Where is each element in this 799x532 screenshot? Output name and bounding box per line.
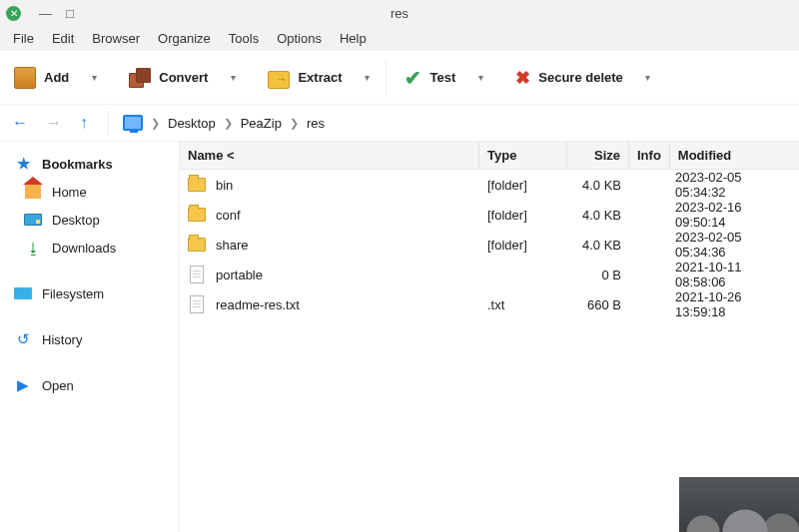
column-size[interactable]: Size <box>567 142 629 169</box>
test-button[interactable]: ✔ Test <box>399 62 461 94</box>
breadcrumb-desktop[interactable]: Desktop <box>168 116 216 131</box>
window-close-button[interactable]: ✕ <box>6 6 21 21</box>
file-size: 4.0 KB <box>567 200 629 230</box>
chevron-right-icon: ❯ <box>290 117 299 130</box>
file-name: bin <box>216 178 233 193</box>
window-title: res <box>0 6 799 21</box>
folder-icon <box>188 208 206 222</box>
file-modified: 2023-02-05 05:34:36 <box>667 230 799 260</box>
drive-icon <box>14 287 32 299</box>
file-type: [folder] <box>479 200 567 230</box>
file-info <box>629 200 667 230</box>
window-maximize-button[interactable]: □ <box>66 6 74 21</box>
nav-back-button[interactable]: ← <box>10 114 30 132</box>
download-icon: ⭳ <box>24 240 42 256</box>
toolbar-separator <box>386 61 387 95</box>
secure-delete-button[interactable]: ✖ Secure delete <box>509 63 629 93</box>
sidebar-item-history[interactable]: ↺ History <box>0 325 179 353</box>
table-row[interactable]: readme-res.txt.txt660 B2021-10-26 13:59:… <box>180 289 799 319</box>
history-label: History <box>42 332 82 347</box>
toolbar: Add Convert Extract ✔ Test ✖ Secure dele… <box>0 51 799 105</box>
file-info <box>629 289 667 319</box>
nav-up-button[interactable]: ↑ <box>78 114 90 132</box>
menu-organize[interactable]: Organize <box>149 28 220 49</box>
file-icon <box>190 266 204 283</box>
chevron-right-icon: ❯ <box>151 117 160 130</box>
box-icon <box>14 67 36 89</box>
add-button[interactable]: Add <box>8 63 75 93</box>
nav-separator <box>108 111 109 135</box>
menubar: File Edit Browser Organize Tools Options… <box>0 27 799 51</box>
file-modified: 2023-02-05 05:34:32 <box>667 170 799 200</box>
extract-dropdown[interactable] <box>360 71 374 85</box>
sidebar-item-filesystem[interactable]: Filesystem <box>0 279 179 307</box>
file-list: bin[folder]4.0 KB2023-02-05 05:34:32conf… <box>180 170 799 319</box>
file-size: 4.0 KB <box>567 170 629 200</box>
menu-edit[interactable]: Edit <box>43 28 83 49</box>
test-dropdown[interactable] <box>473 71 487 85</box>
file-size: 0 B <box>567 260 629 289</box>
menu-browser[interactable]: Browser <box>83 28 149 49</box>
window-minimize-button[interactable]: — <box>39 6 52 21</box>
desktop-label: Desktop <box>52 213 100 228</box>
add-dropdown[interactable] <box>87 71 101 85</box>
add-label: Add <box>44 70 69 85</box>
file-modified: 2023-02-16 09:50:14 <box>667 200 799 230</box>
file-type <box>479 260 567 289</box>
file-name: portable <box>216 267 263 282</box>
breadcrumb-res[interactable]: res <box>307 116 325 131</box>
play-icon: ▶ <box>14 377 32 393</box>
open-label: Open <box>42 378 74 393</box>
convert-button[interactable]: Convert <box>123 63 214 93</box>
folder-icon <box>188 238 206 252</box>
secure-delete-label: Secure delete <box>538 70 623 85</box>
table-row[interactable]: conf[folder]4.0 KB2023-02-16 09:50:14 <box>180 200 799 230</box>
preview-thumbnail <box>679 477 799 532</box>
downloads-label: Downloads <box>52 241 116 256</box>
convert-dropdown[interactable] <box>226 71 240 85</box>
file-size: 4.0 KB <box>567 230 629 260</box>
home-label: Home <box>52 185 87 200</box>
sidebar-item-desktop[interactable]: Desktop <box>0 206 179 234</box>
file-icon <box>190 295 204 313</box>
extract-folder-icon <box>268 71 290 89</box>
table-row[interactable]: share[folder]4.0 KB2023-02-05 05:34:36 <box>180 230 799 260</box>
column-info[interactable]: Info <box>629 142 670 169</box>
main-area: ★ Bookmarks Home Desktop ⭳ Downloads Fil… <box>0 141 799 532</box>
breadcrumb: ❯ Desktop ❯ PeaZip ❯ res <box>123 115 325 131</box>
extract-label: Extract <box>298 70 342 85</box>
extract-button[interactable]: Extract <box>262 65 348 91</box>
navbar: ← → ↑ ❯ Desktop ❯ PeaZip ❯ res <box>0 105 799 141</box>
column-modified[interactable]: Modified <box>670 142 799 169</box>
menu-options[interactable]: Options <box>268 28 331 49</box>
menu-help[interactable]: Help <box>331 28 376 49</box>
file-name: share <box>216 238 249 253</box>
table-row[interactable]: portable0 B2021-10-11 08:58:06 <box>180 260 799 289</box>
column-name[interactable]: Name < <box>180 142 479 169</box>
file-name: readme-res.txt <box>216 297 300 312</box>
secure-delete-dropdown[interactable] <box>641 71 655 85</box>
home-icon <box>25 185 41 199</box>
sidebar-item-home[interactable]: Home <box>0 178 179 206</box>
table-row[interactable]: bin[folder]4.0 KB2023-02-05 05:34:32 <box>180 170 799 200</box>
file-info <box>629 260 667 289</box>
x-icon: ✖ <box>515 67 530 89</box>
column-type[interactable]: Type <box>479 142 567 169</box>
file-name: conf <box>216 208 241 223</box>
filesystem-label: Filesystem <box>42 286 104 301</box>
computer-icon[interactable] <box>123 115 143 131</box>
star-icon: ★ <box>14 156 32 172</box>
boxes-icon <box>129 67 151 89</box>
nav-forward-button[interactable]: → <box>44 114 64 132</box>
sidebar-bookmarks[interactable]: ★ Bookmarks <box>0 150 179 178</box>
check-icon: ✔ <box>404 66 421 90</box>
folder-icon <box>188 178 206 192</box>
menu-tools[interactable]: Tools <box>220 28 268 49</box>
desktop-icon <box>24 214 42 226</box>
column-headers: Name < Type Size Info Modified <box>180 142 799 170</box>
sidebar-item-open[interactable]: ▶ Open <box>0 371 179 399</box>
menu-file[interactable]: File <box>4 28 43 49</box>
sidebar-item-downloads[interactable]: ⭳ Downloads <box>0 234 179 262</box>
file-modified: 2021-10-11 08:58:06 <box>667 260 799 289</box>
breadcrumb-peazip[interactable]: PeaZip <box>241 116 282 131</box>
